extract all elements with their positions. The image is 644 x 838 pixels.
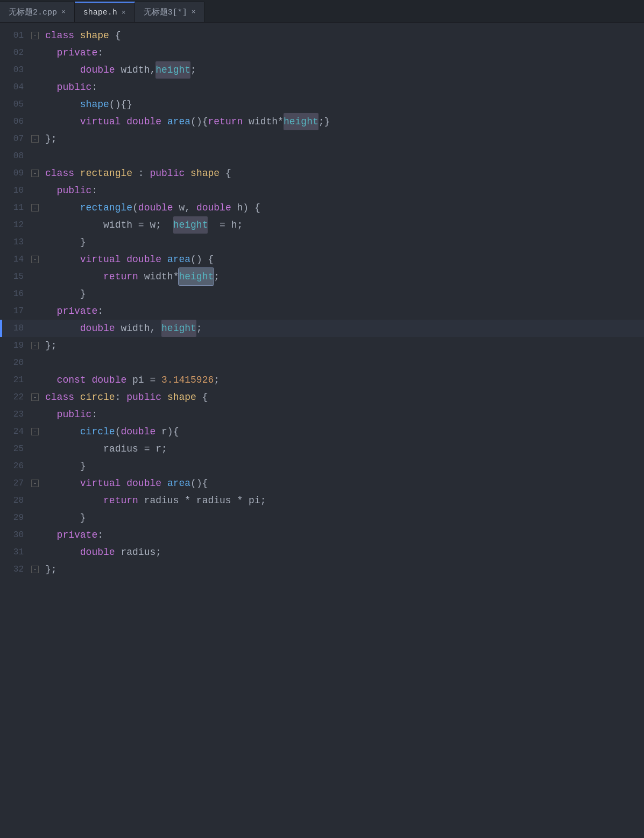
token-plain: () {: [190, 251, 214, 268]
fold-gutter[interactable]: -: [30, 165, 41, 182]
line-content: return radius * radius * pi;: [41, 492, 644, 509]
line-number: 25: [2, 440, 30, 457]
token-plain: :: [97, 302, 103, 320]
fold-gutter: [30, 147, 41, 165]
tab-close[interactable]: ×: [122, 9, 126, 17]
tab-close[interactable]: ×: [192, 8, 196, 16]
token-plain: [45, 44, 57, 61]
fold-gutter[interactable]: -: [30, 561, 41, 578]
editor-line: 06 virtual double area(){return width*he…: [0, 113, 644, 130]
token-plain: :: [91, 79, 97, 96]
tab-close[interactable]: ×: [61, 8, 66, 16]
line-number: 26: [2, 457, 30, 475]
editor-line: 07-};: [0, 130, 644, 147]
token-plain: width*: [138, 268, 179, 285]
fold-icon[interactable]: -: [31, 428, 39, 435]
fold-gutter: [30, 492, 41, 509]
editor-line: 14- virtual double area() {: [0, 251, 644, 268]
fold-icon[interactable]: -: [31, 204, 39, 212]
fold-gutter: [30, 285, 41, 302]
token-func: area: [167, 113, 190, 130]
token-plain: :: [91, 406, 97, 423]
token-plain: [161, 389, 167, 406]
editor-line: 29 }: [0, 509, 644, 526]
fold-gutter: [30, 44, 41, 61]
fold-gutter[interactable]: -: [30, 251, 41, 268]
token-plain: [74, 389, 80, 406]
line-content: class shape {: [41, 27, 644, 44]
line-number: 03: [2, 61, 30, 79]
line-number: 15: [2, 268, 30, 285]
token-kw: return: [103, 268, 138, 285]
token-plain: radius * radius * pi;: [138, 492, 266, 509]
token-kw: double: [121, 423, 155, 440]
fold-icon[interactable]: -: [31, 170, 39, 177]
token-cls-name: shape: [80, 27, 109, 44]
token-plain: [115, 61, 121, 79]
token-plain: [45, 423, 80, 440]
token-plain: {: [196, 389, 208, 406]
fold-icon[interactable]: -: [31, 342, 39, 349]
line-number: 22: [2, 389, 30, 406]
tab-0[interactable]: 无标题2.cpp×: [0, 2, 75, 22]
tab-label: 无标题2.cpp: [9, 7, 57, 17]
editor-line: 05 shape(){}: [0, 96, 644, 113]
token-plain: ;: [214, 371, 220, 389]
fold-icon[interactable]: -: [31, 480, 39, 487]
line-content: }: [41, 234, 644, 251]
fold-gutter: [30, 96, 41, 113]
line-content: radius = r;: [41, 440, 644, 457]
token-plain: }: [45, 509, 86, 526]
line-content: private:: [41, 526, 644, 544]
fold-gutter: [30, 234, 41, 251]
line-number: 09: [2, 165, 30, 182]
fold-gutter[interactable]: -: [30, 475, 41, 492]
line-number: 01: [2, 27, 30, 44]
editor-line: 11- rectangle(double w, double h) {: [0, 199, 644, 216]
token-plain: };: [45, 130, 57, 147]
fold-gutter[interactable]: -: [30, 130, 41, 147]
line-content: shape(){}: [41, 96, 644, 113]
token-kw: virtual: [80, 113, 121, 130]
fold-gutter[interactable]: -: [30, 27, 41, 44]
token-plain: [45, 251, 80, 268]
editor-line: 03 double width,height;: [0, 61, 644, 79]
fold-icon[interactable]: -: [31, 32, 39, 39]
fold-gutter: [30, 216, 41, 234]
token-kw: double: [91, 371, 126, 389]
fold-gutter[interactable]: -: [30, 389, 41, 406]
fold-icon[interactable]: -: [31, 566, 39, 573]
token-kw: private: [57, 44, 98, 61]
fold-gutter[interactable]: -: [30, 337, 41, 354]
editor-line: 01-class shape {: [0, 27, 644, 44]
fold-icon[interactable]: -: [31, 135, 39, 143]
fold-gutter: [30, 509, 41, 526]
line-content: private:: [41, 44, 644, 61]
editor-line: 18 double width, height;: [0, 320, 644, 337]
token-plain: width,: [115, 320, 161, 337]
fold-icon[interactable]: -: [31, 256, 39, 263]
fold-gutter: [30, 268, 41, 285]
token-plain: [161, 113, 167, 130]
tab-1[interactable]: shape.h×: [75, 2, 135, 22]
fold-gutter[interactable]: -: [30, 199, 41, 216]
token-plain: [121, 113, 126, 130]
token-plain: [45, 544, 80, 561]
tab-2[interactable]: 无标题3[*]×: [135, 2, 205, 22]
token-hl-current: height: [179, 268, 214, 285]
token-hl: height: [161, 320, 196, 337]
fold-gutter: [30, 354, 41, 371]
fold-icon[interactable]: -: [31, 393, 39, 401]
token-plain: ;: [196, 320, 202, 337]
fold-gutter[interactable]: -: [30, 423, 41, 440]
token-plain: r){: [155, 423, 179, 440]
token-plain: [45, 216, 103, 234]
tab-label: 无标题3[*]: [144, 7, 187, 17]
token-func: circle: [80, 423, 115, 440]
token-plain: }: [45, 234, 86, 251]
token-kw: return: [103, 492, 138, 509]
token-plain: (: [132, 199, 138, 216]
token-plain: }: [45, 285, 86, 302]
token-plain: [45, 182, 57, 199]
editor-line: 31 double radius;: [0, 544, 644, 561]
